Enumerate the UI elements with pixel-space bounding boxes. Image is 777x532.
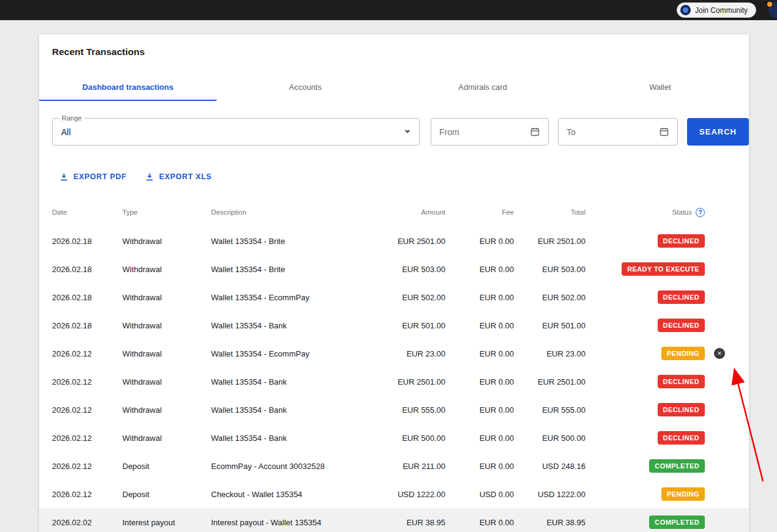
- cell-description: Wallet 135354 - EcommPay: [211, 293, 378, 302]
- cell-total: EUR 500.00: [514, 434, 586, 443]
- header-type: Type: [122, 209, 211, 216]
- header-description: Description: [211, 209, 378, 216]
- table-row[interactable]: 2026.02.12 Withdrawal Wallet 135354 - Ba…: [39, 368, 749, 396]
- cell-amount: EUR 211.00: [378, 462, 445, 471]
- tab-accounts[interactable]: Accounts: [217, 75, 394, 101]
- cell-date: 2026.02.12: [52, 462, 122, 471]
- cell-amount: EUR 501.00: [378, 321, 445, 330]
- cell-fee: EUR 0.00: [445, 405, 514, 415]
- notification-dot: [767, 2, 772, 7]
- download-icon: [145, 172, 154, 182]
- cell-fee: USD 0.00: [445, 490, 514, 499]
- cell-description: Interest payout - Wallet 135354: [211, 518, 378, 527]
- status-badge: COMPLETED: [649, 459, 705, 473]
- cell-fee: EUR 0.00: [445, 434, 514, 443]
- table-row[interactable]: 2026.02.12 Withdrawal Wallet 135354 - Ba…: [39, 424, 749, 452]
- tab-dashboard-transactions[interactable]: Dashboard transactions: [39, 75, 217, 101]
- date-from-placeholder: From: [439, 127, 459, 137]
- cell-date: 2026.02.12: [52, 434, 122, 443]
- cell-type: Withdrawal: [122, 237, 211, 246]
- cell-description: Wallet 135354 - Brite: [211, 265, 378, 274]
- cell-amount: EUR 38.95: [378, 518, 445, 527]
- cell-fee: EUR 0.00: [445, 377, 514, 386]
- date-to-input[interactable]: To: [558, 118, 678, 146]
- transactions-tabs: Dashboard transactions Accounts Admirals…: [39, 75, 749, 101]
- table-row[interactable]: 2026.02.18 Withdrawal Wallet 135354 - Br…: [39, 227, 749, 255]
- table-row[interactable]: 2026.02.12 Deposit EcommPay - Account 30…: [39, 452, 749, 480]
- cell-type: Withdrawal: [122, 293, 211, 302]
- table-row[interactable]: 2026.02.18 Withdrawal Wallet 135354 - Ba…: [39, 311, 749, 339]
- filter-bar: Range All From To SEARCH: [52, 118, 749, 146]
- cell-amount: EUR 503.00: [378, 265, 445, 274]
- cell-description: Checkout - Wallet 135354: [211, 490, 378, 499]
- tab-admirals-card[interactable]: Admirals card: [394, 75, 571, 101]
- cell-date: 2026.02.18: [52, 265, 122, 274]
- table-row[interactable]: 2026.02.12 Withdrawal Wallet 135354 - Ba…: [39, 396, 749, 424]
- cell-description: EcommPay - Account 30032528: [211, 462, 378, 471]
- range-select-value: All: [61, 127, 71, 137]
- status-badge: PENDING: [661, 347, 705, 360]
- status-help-icon[interactable]: ?: [696, 208, 705, 217]
- status-badge: READY TO EXECUTE: [622, 262, 705, 276]
- cell-fee: EUR 0.00: [445, 518, 514, 527]
- search-button[interactable]: SEARCH: [687, 118, 749, 146]
- table-row[interactable]: 2026.02.02 Interest payout Interest payo…: [39, 508, 749, 532]
- cell-total: USD 248.16: [514, 462, 586, 471]
- status-badge: DECLINED: [658, 290, 705, 304]
- date-from-input[interactable]: From: [431, 118, 549, 146]
- cell-date: 2026.02.18: [52, 321, 122, 330]
- header-date: Date: [52, 209, 122, 216]
- cell-total: EUR 23.00: [514, 349, 586, 358]
- table-row[interactable]: 2026.02.18 Withdrawal Wallet 135354 - Br…: [39, 255, 749, 283]
- cell-total: EUR 2501.00: [514, 377, 586, 386]
- cancel-transaction-button[interactable]: ✕: [714, 348, 725, 359]
- cell-total: EUR 38.95: [514, 518, 586, 527]
- table-header-row: Date Type Description Amount Fee Total S…: [39, 206, 749, 218]
- header-amount: Amount: [378, 209, 445, 216]
- table-row[interactable]: 2026.02.12 Deposit Checkout - Wallet 135…: [39, 480, 749, 508]
- header-status: Status: [672, 209, 692, 216]
- cell-date: 2026.02.18: [52, 237, 122, 246]
- cell-type: Withdrawal: [122, 349, 211, 358]
- cell-date: 2026.02.12: [52, 405, 122, 415]
- status-badge: DECLINED: [658, 375, 705, 388]
- export-actions: EXPORT PDF EXPORT XLS: [59, 172, 749, 182]
- cell-description: Wallet 135354 - Brite: [211, 237, 378, 246]
- cell-description: Wallet 135354 - Bank: [211, 321, 378, 330]
- header-total: Total: [514, 209, 586, 216]
- cell-description: Wallet 135354 - EcommPay: [211, 349, 378, 358]
- download-icon: [59, 172, 69, 182]
- chevron-down-icon: [404, 130, 411, 133]
- calendar-icon[interactable]: [530, 127, 540, 137]
- export-xls-button[interactable]: EXPORT XLS: [145, 172, 212, 182]
- table-row[interactable]: 2026.02.12 Withdrawal Wallet 135354 - Ec…: [39, 339, 749, 368]
- close-icon: ✕: [717, 351, 722, 357]
- cell-date: 2026.02.12: [52, 377, 122, 386]
- cell-description: Wallet 135354 - Bank: [211, 377, 378, 386]
- range-select[interactable]: Range All: [52, 118, 420, 146]
- status-badge: DECLINED: [658, 319, 705, 332]
- cell-date: 2026.02.18: [52, 293, 122, 302]
- export-pdf-label: EXPORT PDF: [73, 172, 127, 181]
- cell-date: 2026.02.12: [52, 349, 122, 358]
- join-community-button[interactable]: Join Community: [677, 2, 756, 18]
- cell-amount: USD 1222.00: [378, 490, 445, 499]
- cell-date: 2026.02.12: [52, 490, 122, 499]
- cell-total: EUR 555.00: [514, 405, 586, 415]
- cell-type: Deposit: [122, 462, 211, 471]
- cell-amount: EUR 2501.00: [378, 237, 445, 246]
- community-icon: [680, 5, 691, 15]
- export-pdf-button[interactable]: EXPORT PDF: [59, 172, 127, 182]
- calendar-icon[interactable]: [659, 127, 669, 137]
- panel-title: Recent Transactions: [39, 34, 749, 57]
- user-avatar[interactable]: [768, 2, 777, 18]
- range-select-label: Range: [59, 114, 84, 122]
- status-badge: DECLINED: [658, 403, 705, 416]
- cell-type: Withdrawal: [122, 434, 211, 443]
- cell-date: 2026.02.02: [52, 518, 122, 527]
- cell-fee: EUR 0.00: [445, 462, 514, 471]
- cell-amount: EUR 500.00: [378, 434, 445, 443]
- table-row[interactable]: 2026.02.18 Withdrawal Wallet 135354 - Ec…: [39, 283, 749, 311]
- tab-wallet[interactable]: Wallet: [571, 75, 749, 101]
- transactions-table: 2026.02.18 Withdrawal Wallet 135354 - Br…: [39, 227, 749, 532]
